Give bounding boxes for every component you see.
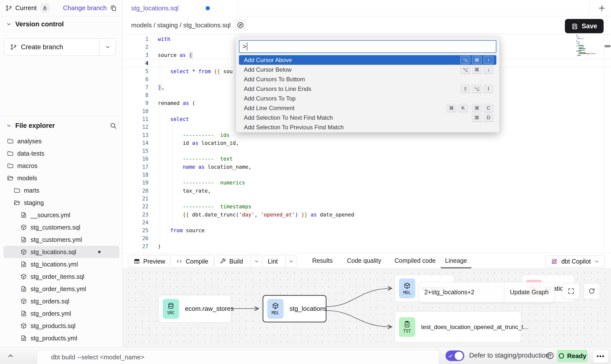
file-explorer-header[interactable]: File explorer (0, 118, 123, 133)
tab-compiled-code[interactable]: Compiled code (390, 253, 440, 268)
file-item-__sources.yml[interactable]: __sources.yml (3, 209, 119, 221)
file-item-macros[interactable]: macros (3, 160, 119, 172)
file-item-marts[interactable]: marts (3, 184, 119, 197)
tab-results[interactable]: Results (308, 253, 337, 268)
create-branch-button[interactable]: Create branch (4, 38, 116, 56)
minimap[interactable] (576, 35, 603, 58)
tab-lineage[interactable]: Lineage (441, 253, 471, 268)
lineage-selector-input[interactable]: 2+stg_locations+2 (419, 289, 504, 296)
shortcut-key: ⌘ (472, 104, 482, 112)
command-item[interactable]: Add Selection To Previous Find Match (239, 122, 496, 132)
file-name: stg_order_items.sql (31, 273, 84, 280)
version-control-title: Version control (15, 20, 64, 28)
code-line-26[interactable]: 26 (123, 234, 611, 242)
shortcut-key: ⌘ (472, 114, 482, 122)
file-item-stg_order_items.yml[interactable]: stg_order_items.yml (3, 283, 119, 295)
command-item[interactable]: Add Cursors To Bottom (239, 74, 496, 84)
fullscreen-button[interactable] (562, 283, 580, 299)
command-item[interactable]: Add Cursor Above⌥⌘↑ (239, 55, 496, 65)
node-stg-locations[interactable]: MDL stg_locations (263, 295, 326, 322)
lint-dropdown[interactable] (285, 255, 297, 267)
file-item-stg_locations.sql[interactable]: stg_locations.sql (3, 246, 119, 258)
file-item-stg_products.sql[interactable]: stg_products.sql (3, 320, 119, 332)
refresh-graph-button[interactable] (583, 283, 600, 299)
command-palette-input[interactable]: > (239, 40, 496, 53)
code-line-27[interactable]: 27) (123, 243, 611, 250)
collapse-panel-chevron[interactable] (6, 352, 15, 360)
code-line-18[interactable]: 18 (123, 171, 611, 179)
file-item-analyses[interactable]: analyses (3, 135, 119, 147)
chevron-down-icon (6, 21, 12, 27)
code-line-16[interactable]: 16 ---------- text (123, 155, 611, 163)
command-item[interactable]: Add Selection To Next Find Match⌘D (239, 113, 496, 122)
file-item-models[interactable]: models (3, 172, 119, 184)
scrollbar-thumb[interactable] (605, 45, 611, 47)
command-label: Add Cursor Above (244, 57, 456, 64)
file-item-staging[interactable]: staging (3, 197, 119, 209)
code-line-21[interactable]: 21 (123, 195, 611, 203)
create-branch-dropdown[interactable] (100, 39, 116, 55)
source-badge: SRC (163, 299, 179, 319)
wrench-icon (220, 258, 226, 265)
search-icon[interactable] (109, 122, 117, 129)
compile-button[interactable]: Compile (170, 255, 214, 267)
defer-toggle[interactable] (446, 350, 464, 361)
lock-icon (42, 5, 48, 11)
tab-stg-locations-sql[interactable]: stg_locations.sql (123, 0, 238, 16)
copy-icon[interactable] (110, 4, 117, 12)
code-line-22[interactable]: 22 ---------- timestamps (123, 203, 611, 211)
help-icon[interactable] (546, 351, 554, 360)
command-palette: > Add Cursor Above⌥⌘↑Add Cursor Below⌥⌘↓… (236, 37, 500, 132)
code-line-20[interactable]: 20 tax_rate, (123, 187, 611, 195)
file-item-stg_products.yml[interactable]: stg_products.yml (3, 332, 119, 344)
file-name: stg_orders.sql (31, 298, 69, 305)
code-line-25[interactable]: 25 from source (123, 227, 611, 234)
code-line-19[interactable]: 19 ---------- numerics (123, 179, 611, 187)
preview-button[interactable]: Preview (128, 255, 171, 267)
line-number: 27 (123, 243, 148, 250)
tab-code-quality[interactable]: Code quality (342, 253, 386, 268)
command-input-panel[interactable]: dbt build --select <model_name> (37, 350, 439, 364)
status-bar: dbt build --select <model_name> Defer to… (0, 347, 611, 364)
version-control-header[interactable]: Version control (0, 16, 123, 32)
file-item-stg_order_items.sql[interactable]: stg_order_items.sql (3, 270, 119, 283)
file-item-stg_customers.yml[interactable]: stg_customers.yml (3, 233, 119, 246)
file-icon (20, 285, 27, 292)
code-line-23[interactable]: 23 {{ dbt.date_trunc('day', 'opened_at')… (123, 211, 611, 219)
more-options-button[interactable]: ••• (593, 349, 609, 363)
palette-query: > (242, 43, 246, 50)
file-item-stg_customers.sql[interactable]: stg_customers.sql (3, 221, 119, 233)
command-item[interactable]: Add Cursors to Line Ends⇧⌥I (239, 84, 496, 94)
update-graph-button[interactable]: Update Graph (504, 289, 554, 296)
table-icon (134, 258, 140, 265)
node-test[interactable]: TST test_does_location_opened_at_trunc_t… (395, 311, 521, 343)
lineage-canvas[interactable]: SRC ecom.raw_stores MDL stg_locations MD… (123, 268, 611, 347)
change-branch-link[interactable]: Change branch (63, 4, 107, 12)
file-icon (20, 335, 27, 342)
file-item-stg_orders.sql[interactable]: stg_orders.sql (3, 295, 119, 307)
file-item-stg_locations.yml[interactable]: stg_locations.yml (3, 258, 119, 270)
go-to-definition-button[interactable] (234, 19, 246, 31)
build-button[interactable]: Build (214, 255, 263, 267)
code-line-24[interactable]: 24 (123, 219, 611, 227)
command-item[interactable]: Add Cursor Below⌥⌘↓ (239, 65, 496, 74)
ide-status-badge[interactable]: Ready (557, 350, 588, 362)
code-line-15[interactable]: 15 (123, 147, 611, 155)
command-list: Add Cursor Above⌥⌘↑Add Cursor Below⌥⌘↓Ad… (239, 55, 496, 132)
file-item-stg_orders.yml[interactable]: stg_orders.yml (3, 307, 119, 320)
model-badge: MDL (267, 299, 284, 319)
file-icon (20, 212, 27, 218)
dbt-copilot-button[interactable]: dbt Copilot (545, 255, 605, 267)
line-number: 8 (123, 91, 148, 99)
save-button[interactable]: Save (565, 19, 604, 33)
file-item-data-tests[interactable]: data-tests (3, 147, 119, 160)
code-line-14[interactable]: 14 id as location_id, (123, 139, 611, 147)
node-ecom-raw-stores[interactable]: SRC ecom.raw_stores (159, 295, 231, 322)
command-item[interactable]: Add Cursors To Top (239, 94, 496, 103)
new-tab-button[interactable] (598, 4, 606, 12)
command-item[interactable]: Add Line Comment⌘K⌘C (239, 103, 496, 113)
lint-button[interactable]: Lint (262, 255, 297, 267)
line-number: 14 (123, 139, 148, 147)
code-line-17[interactable]: 17 name as location_name, (123, 163, 611, 171)
build-dropdown[interactable] (251, 255, 262, 267)
